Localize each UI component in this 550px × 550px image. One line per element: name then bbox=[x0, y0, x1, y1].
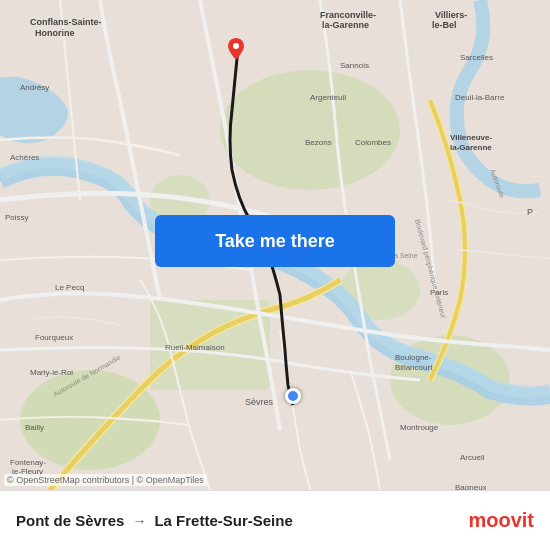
svg-text:Villiers-: Villiers- bbox=[435, 10, 467, 20]
svg-text:Bagneux: Bagneux bbox=[455, 483, 487, 490]
svg-text:Honorine: Honorine bbox=[35, 28, 75, 38]
map-attribution: © OpenStreetMap contributors | © OpenMap… bbox=[4, 474, 207, 486]
svg-text:Deuil-la-Barre: Deuil-la-Barre bbox=[455, 93, 505, 102]
svg-text:Achères: Achères bbox=[10, 153, 39, 162]
svg-text:Andrésy: Andrésy bbox=[20, 83, 49, 92]
svg-text:Villeneuve-: Villeneuve- bbox=[450, 133, 492, 142]
route-arrow: → bbox=[132, 513, 146, 529]
svg-text:Conflans-Sainte-: Conflans-Sainte- bbox=[30, 17, 102, 27]
route-to: La Frette-Sur-Seine bbox=[154, 512, 292, 529]
svg-text:Fontenay-: Fontenay- bbox=[10, 458, 46, 467]
svg-text:le-Bel: le-Bel bbox=[432, 20, 457, 30]
svg-text:Argenteuil: Argenteuil bbox=[310, 93, 346, 102]
svg-point-43 bbox=[233, 43, 239, 49]
svg-text:Fourqueux: Fourqueux bbox=[35, 333, 73, 342]
take-me-there-button[interactable]: Take me there bbox=[155, 215, 395, 267]
destination-marker bbox=[285, 388, 301, 404]
svg-text:Bezons: Bezons bbox=[305, 138, 332, 147]
svg-text:Bailly: Bailly bbox=[25, 423, 44, 432]
footer-bar: Pont de Sèvres → La Frette-Sur-Seine moo… bbox=[0, 490, 550, 550]
svg-text:Franconville-: Franconville- bbox=[320, 10, 376, 20]
svg-text:Billancourt: Billancourt bbox=[395, 363, 433, 372]
footer-route-info: Pont de Sèvres → La Frette-Sur-Seine bbox=[16, 512, 293, 529]
route-from: Pont de Sèvres bbox=[16, 512, 124, 529]
svg-point-2 bbox=[220, 70, 400, 190]
svg-text:la-Garenne: la-Garenne bbox=[322, 20, 369, 30]
moovit-logo: moovit bbox=[468, 509, 534, 532]
svg-text:Le Pecq: Le Pecq bbox=[55, 283, 84, 292]
route-display: Pont de Sèvres → La Frette-Sur-Seine bbox=[16, 512, 293, 529]
svg-text:P: P bbox=[527, 207, 533, 217]
map-container: Conflans-Sainte- Honorine Andrésy Achère… bbox=[0, 0, 550, 490]
svg-text:Montrouge: Montrouge bbox=[400, 423, 439, 432]
svg-text:Boulogne-: Boulogne- bbox=[395, 353, 432, 362]
svg-text:Poissy: Poissy bbox=[5, 213, 29, 222]
svg-text:Sarcelles: Sarcelles bbox=[460, 53, 493, 62]
moovit-logo-text: moovit bbox=[468, 509, 534, 532]
svg-text:Sèvres: Sèvres bbox=[245, 397, 274, 407]
svg-text:Sannois: Sannois bbox=[340, 61, 369, 70]
svg-text:la-Garenne: la-Garenne bbox=[450, 143, 492, 152]
svg-text:Colombes: Colombes bbox=[355, 138, 391, 147]
svg-text:Arcueil: Arcueil bbox=[460, 453, 485, 462]
origin-marker bbox=[228, 38, 244, 60]
svg-text:Rueil-Malmaison: Rueil-Malmaison bbox=[165, 343, 225, 352]
svg-text:Marly-le-Roi: Marly-le-Roi bbox=[30, 368, 73, 377]
